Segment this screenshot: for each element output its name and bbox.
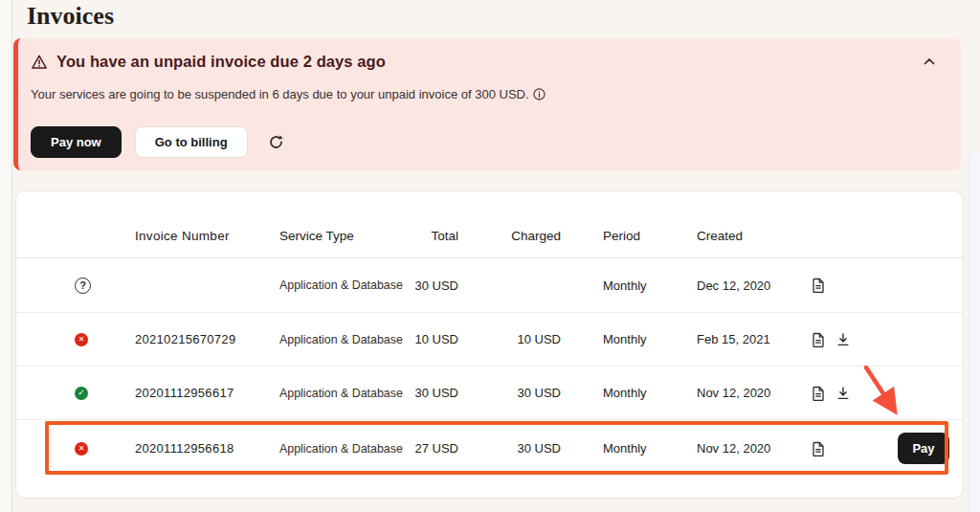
header-total: Total [404, 229, 458, 243]
pay-button[interactable]: Pay [898, 433, 949, 464]
invoice-number: 20210215670729 [122, 332, 279, 346]
view-invoice-button[interactable] [810, 385, 827, 402]
header-created: Created [686, 229, 810, 243]
status-unknown-icon[interactable]: ? [75, 278, 91, 294]
download-invoice-button[interactable] [835, 331, 852, 348]
collapse-alert-button[interactable] [919, 51, 940, 72]
period: Monthly [561, 278, 686, 293]
created: Dec 12, 2020 [686, 278, 810, 293]
invoice-row: ✕ 20210215670729 Application & Database … [16, 312, 963, 366]
invoice-number: 20201112956618 [122, 441, 279, 456]
invoice-row: ✓ 20201112956617 Application & Database … [16, 366, 963, 419]
download-icon [835, 386, 851, 401]
scrollbar-track [969, 151, 980, 512]
page-title: Invoices [27, 2, 114, 31]
period: Monthly [561, 332, 686, 346]
invoices-table-card: Invoice Number Service Type Total Charge… [15, 190, 964, 499]
refresh-icon [267, 133, 285, 151]
period: Monthly [561, 441, 686, 456]
pay-now-button[interactable]: Pay now [31, 126, 122, 158]
document-icon [811, 441, 826, 456]
charged: 10 USD [458, 332, 561, 346]
info-circle-icon[interactable] [533, 88, 546, 100]
total: 30 USD [404, 386, 458, 400]
service-type: Application & Database [279, 442, 404, 456]
document-icon [811, 278, 826, 293]
service-type: Application & Database [279, 333, 404, 346]
download-icon [835, 332, 851, 347]
view-invoice-button[interactable] [810, 440, 827, 457]
invoice-row: ? Application & Database 30 USD Monthly … [16, 258, 963, 312]
charged: 30 USD [458, 386, 561, 400]
download-invoice-button[interactable] [835, 385, 852, 402]
chevron-up-icon [923, 56, 936, 66]
document-icon [811, 332, 826, 347]
created: Feb 15, 2021 [686, 332, 810, 346]
header-charged: Charged [458, 229, 561, 243]
total: 10 USD [404, 332, 458, 346]
invoice-number: 20201112956617 [122, 386, 279, 400]
invoice-row-highlighted: ✕ 20201112956618 Application & Database … [16, 419, 963, 477]
table-header-row: Invoice Number Service Type Total Charge… [16, 191, 963, 258]
total: 30 USD [404, 278, 458, 293]
unpaid-invoice-alert: You have an unpaid invoice due 2 days ag… [13, 38, 961, 170]
status-failed-icon: ✕ [75, 442, 88, 456]
status-failed-icon: ✕ [75, 333, 88, 346]
header-invoice-number: Invoice Number [122, 229, 279, 243]
service-type: Application & Database [279, 278, 404, 292]
header-service-type: Service Type [279, 229, 404, 243]
charged: 30 USD [458, 441, 561, 456]
refresh-button[interactable] [265, 131, 288, 154]
total: 27 USD [404, 441, 458, 456]
view-invoice-button[interactable] [810, 277, 827, 294]
alert-description: Your services are going to be suspended … [31, 87, 529, 101]
warning-triangle-icon [31, 54, 48, 71]
document-icon [811, 386, 826, 401]
page-left-divider [0, 0, 12, 512]
status-paid-icon: ✓ [75, 387, 88, 400]
period: Monthly [561, 386, 686, 400]
created: Nov 12, 2020 [686, 441, 810, 456]
service-type: Application & Database [279, 387, 404, 400]
view-invoice-button[interactable] [810, 331, 827, 348]
go-to-billing-button[interactable]: Go to billing [135, 126, 248, 158]
header-period: Period [561, 229, 686, 243]
created: Nov 12, 2020 [686, 386, 810, 400]
alert-title: You have an unpaid invoice due 2 days ag… [56, 53, 386, 71]
